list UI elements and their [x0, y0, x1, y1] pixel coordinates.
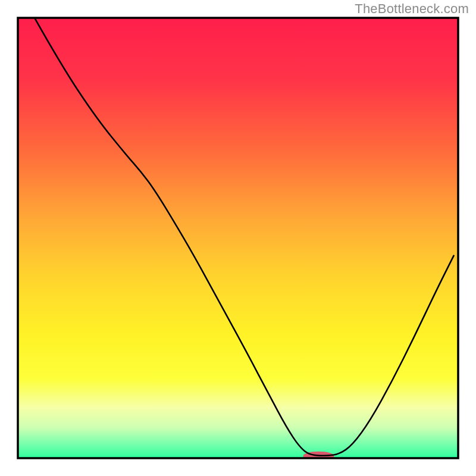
chart-stage: TheBottleneck.com	[0, 0, 476, 476]
watermark-text: TheBottleneck.com	[355, 1, 469, 17]
gradient-background	[18, 18, 458, 458]
bottleneck-chart	[0, 0, 476, 476]
